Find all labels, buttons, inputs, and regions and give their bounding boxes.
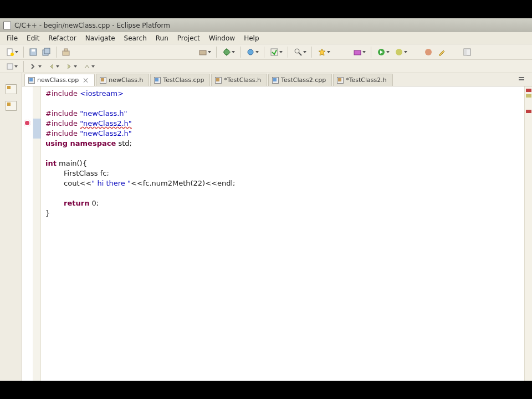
maximize-editor-button[interactable] bbox=[515, 74, 528, 86]
main-toolbar bbox=[0, 44, 532, 60]
close-icon[interactable] bbox=[83, 78, 89, 83]
open-task-button[interactable] bbox=[422, 46, 434, 58]
h-file-icon bbox=[337, 77, 344, 84]
new-class-button[interactable] bbox=[244, 46, 260, 58]
overview-ruler[interactable] bbox=[524, 86, 532, 381]
svg-rect-3 bbox=[32, 49, 35, 52]
svg-rect-27 bbox=[519, 79, 524, 80]
profile-button[interactable] bbox=[392, 46, 409, 58]
tab-testclass-cpp[interactable]: TestClass.cpp bbox=[150, 74, 210, 86]
svg-line-17 bbox=[299, 53, 301, 55]
minimized-view-icon[interactable] bbox=[6, 84, 17, 94]
code-view[interactable]: #include <iostream> #include "newClass.h… bbox=[22, 86, 532, 381]
svg-rect-18 bbox=[354, 50, 361, 55]
h-file-icon bbox=[215, 77, 222, 84]
menu-bar: File Edit Refactor Navigate Search Run P… bbox=[0, 32, 532, 44]
title-bar: C/C++ - begin/newClass.cpp - Eclipse Pla… bbox=[0, 18, 532, 32]
source-code[interactable]: #include <iostream> #include "newClass.h… bbox=[41, 86, 524, 381]
tab-testclass2-cpp[interactable]: TestClass2.cpp bbox=[268, 74, 332, 86]
app-window: C/C++ - begin/newClass.cpp - Eclipse Pla… bbox=[0, 18, 532, 381]
change-bar bbox=[33, 119, 41, 139]
overview-warn-mark[interactable] bbox=[526, 94, 531, 98]
overview-error-mark[interactable] bbox=[526, 110, 531, 113]
h-file-icon bbox=[100, 77, 106, 84]
make-targets-button[interactable] bbox=[3, 60, 20, 73]
step-button[interactable] bbox=[27, 60, 44, 73]
forward-button[interactable] bbox=[63, 60, 79, 73]
menu-search[interactable]: Search bbox=[120, 33, 151, 43]
search-button[interactable] bbox=[291, 46, 308, 58]
menu-window[interactable]: Window bbox=[204, 33, 239, 43]
cpp-file-icon bbox=[28, 77, 35, 84]
svg-point-16 bbox=[295, 49, 299, 53]
annotation-ruler[interactable] bbox=[22, 86, 33, 381]
build-button[interactable] bbox=[60, 46, 72, 58]
tab-label: TestClass.cpp bbox=[163, 76, 204, 84]
debug-button[interactable] bbox=[220, 46, 237, 58]
open-type-button[interactable] bbox=[268, 46, 284, 58]
minimized-view-icon-2[interactable] bbox=[6, 101, 17, 111]
menu-project[interactable]: Project bbox=[173, 33, 204, 43]
svg-point-9 bbox=[224, 49, 229, 55]
tab-newclass-h[interactable]: newClass.h bbox=[96, 74, 149, 86]
svg-point-14 bbox=[248, 49, 253, 55]
last-edit-button[interactable] bbox=[436, 46, 448, 58]
menu-refactor[interactable]: Refactor bbox=[44, 33, 80, 43]
svg-rect-26 bbox=[519, 77, 524, 78]
up-button[interactable] bbox=[80, 60, 97, 73]
cpp-file-icon bbox=[272, 77, 279, 84]
error-marker-icon[interactable] bbox=[24, 120, 30, 126]
cpp-file-icon bbox=[154, 77, 161, 84]
sub-toolbar bbox=[0, 60, 532, 73]
window-title: C/C++ - begin/newClass.cpp - Eclipse Pla… bbox=[14, 22, 170, 29]
tab-testclass2-h[interactable]: *TestClass2.h bbox=[333, 74, 393, 86]
overview-error-mark[interactable] bbox=[526, 89, 531, 92]
svg-point-21 bbox=[396, 49, 402, 55]
menu-edit[interactable]: Edit bbox=[22, 33, 44, 43]
tab-label: newClass.cpp bbox=[37, 76, 79, 84]
svg-rect-7 bbox=[64, 49, 68, 51]
menu-run[interactable]: Run bbox=[151, 33, 173, 43]
external-tools-button[interactable] bbox=[351, 46, 367, 58]
save-all-button[interactable] bbox=[40, 46, 53, 58]
svg-rect-5 bbox=[44, 48, 50, 54]
run-button[interactable] bbox=[375, 46, 391, 58]
svg-point-1 bbox=[11, 53, 14, 56]
new-button[interactable] bbox=[3, 46, 20, 58]
toolbox-button[interactable] bbox=[196, 46, 213, 58]
tab-label: TestClass2.cpp bbox=[281, 76, 326, 84]
tab-label: newClass.h bbox=[109, 76, 143, 84]
tab-testclass-h[interactable]: *TestClass.h bbox=[211, 74, 267, 86]
toggle-mark-button[interactable] bbox=[315, 46, 332, 58]
tab-label: *TestClass2.h bbox=[346, 76, 387, 84]
save-button[interactable] bbox=[27, 46, 39, 58]
svg-rect-24 bbox=[464, 49, 467, 55]
back-button[interactable] bbox=[45, 60, 62, 73]
view-gutter bbox=[0, 73, 22, 381]
tab-newclass-cpp[interactable]: newClass.cpp bbox=[24, 74, 95, 86]
perspective-button[interactable] bbox=[461, 46, 473, 58]
menu-help[interactable]: Help bbox=[239, 33, 263, 43]
editor-area: newClass.cpp newClass.h TestClass.cpp *T… bbox=[22, 73, 532, 381]
editor-tabs: newClass.cpp newClass.h TestClass.cpp *T… bbox=[22, 73, 532, 86]
app-icon bbox=[3, 22, 11, 29]
folding-ruler[interactable] bbox=[33, 86, 41, 381]
svg-rect-8 bbox=[200, 50, 206, 55]
work-area: newClass.cpp newClass.h TestClass.cpp *T… bbox=[0, 73, 532, 381]
menu-file[interactable]: File bbox=[2, 33, 22, 43]
svg-rect-6 bbox=[63, 51, 69, 55]
menu-navigate[interactable]: Navigate bbox=[81, 33, 120, 43]
svg-rect-25 bbox=[7, 64, 13, 69]
tab-label: *TestClass.h bbox=[224, 76, 261, 84]
svg-point-22 bbox=[425, 49, 432, 55]
